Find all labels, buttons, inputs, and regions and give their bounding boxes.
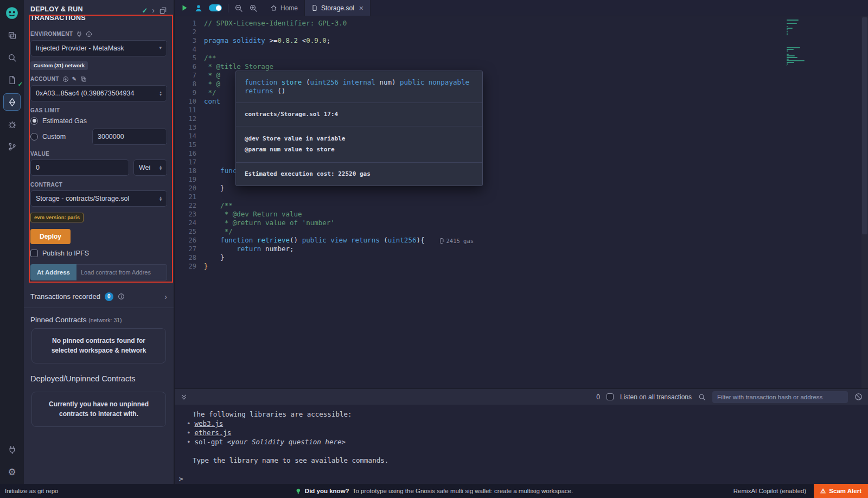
compile-success-icon: ✓ — [18, 81, 23, 88]
toolbar-divider — [228, 4, 228, 12]
environment-label-row: ENVIRONMENT — [30, 31, 167, 37]
custom-gas-label[interactable]: Custom — [42, 133, 66, 141]
scam-alert-badge[interactable]: ⚠ Scam Alert — [814, 484, 868, 498]
settings-gear-icon[interactable]: ⚙ — [3, 463, 21, 481]
tooltip-gas-cost: Estimated execution cost: 22520 gas — [236, 163, 482, 186]
lightbulb-icon — [295, 487, 302, 495]
estimated-gas-radio[interactable] — [30, 117, 38, 125]
value-input[interactable] — [30, 159, 129, 176]
tab-storage-sol[interactable]: Storage.sol × — [305, 0, 371, 16]
solidity-compiler-icon[interactable]: ✓ — [3, 71, 21, 88]
gas-limit-label: GAS LIMIT — [30, 107, 60, 113]
contract-value: Storage - contracts/Storage.sol — [36, 195, 129, 202]
transactions-count-badge: 0 — [105, 292, 113, 301]
popout-icon[interactable] — [159, 7, 167, 15]
contract-label: CONTRACT — [30, 182, 62, 188]
value-unit-select[interactable]: Wei ▴▾ — [133, 159, 167, 176]
terminal-tx-count: 0 — [596, 393, 600, 401]
deploy-button[interactable]: Deploy — [30, 229, 71, 244]
activity-bar: ✓ ⚙ — [0, 0, 24, 484]
zoom-in-icon[interactable] — [249, 4, 258, 12]
remix-ide-window: ✓ ⚙ DEPLOY & R — [0, 0, 868, 498]
clear-terminal-icon[interactable] — [854, 393, 863, 401]
pinned-contracts-heading: Pinned Contracts (network: 31) — [30, 316, 167, 324]
panel-check-icon: ✓ — [142, 7, 148, 15]
copilot-person-icon[interactable] — [194, 4, 203, 12]
minimap[interactable] — [787, 20, 820, 67]
copy-account-icon[interactable] — [80, 76, 87, 82]
tab-bar: Home Storage.sol × — [175, 0, 868, 16]
collapse-terminal-icon[interactable] — [180, 393, 188, 401]
editor-scrollbar[interactable] — [861, 16, 868, 388]
transactions-info-icon[interactable] — [118, 293, 125, 300]
transactions-recorded-row: Transactions recorded 0 › — [30, 292, 167, 301]
git-init-status[interactable]: Initialize as git repo — [0, 488, 58, 494]
evm-version-badge: evm version: paris — [30, 213, 84, 222]
plugin-manager-icon[interactable] — [3, 441, 21, 458]
deploy-run-panel: DEPLOY & RUN TRANSACTIONS ✓ › ENVIRONMEN… — [24, 0, 175, 484]
terminal-output[interactable]: The following libraries are accessible:•… — [175, 405, 868, 484]
zoom-out-icon[interactable] — [234, 4, 243, 12]
environment-select[interactable]: Injected Provider - MetaMask ▾ — [30, 40, 167, 56]
environment-label: ENVIRONMENT — [30, 31, 73, 37]
workspace-icon[interactable] — [3, 27, 21, 44]
value-unit: Wei — [139, 164, 150, 171]
tab-home[interactable]: Home — [264, 0, 305, 16]
panel-title: DEPLOY & RUN TRANSACTIONS — [30, 5, 138, 23]
transactions-expand-icon[interactable]: › — [164, 292, 167, 301]
value-label: VALUE — [30, 151, 49, 157]
transaction-filter-input[interactable] — [712, 391, 848, 403]
copilot-status[interactable]: RemixAI Copilot (enabled) — [733, 488, 806, 494]
listen-all-label[interactable]: Listen on all transactions — [620, 393, 692, 401]
debugger-icon[interactable] — [3, 116, 21, 133]
plug-icon[interactable] — [76, 31, 82, 37]
panel-chevron-icon[interactable]: › — [152, 6, 155, 15]
pinned-empty-message: No pinned contracts found for selected w… — [31, 328, 166, 363]
hover-tooltip: function store (uint256 internal num) pu… — [235, 71, 483, 186]
custom-gas-input[interactable] — [92, 129, 167, 145]
remix-logo[interactable] — [3, 4, 21, 22]
git-icon[interactable] — [3, 138, 21, 155]
editor-gutter: 1234567891011121314151617181920212223242… — [175, 19, 204, 388]
environment-value: Injected Provider - MetaMask — [36, 44, 124, 52]
tip-text: To prototype using the Gnosis safe multi… — [353, 488, 573, 494]
code-editor[interactable]: 1234567891011121314151617181920212223242… — [175, 16, 868, 388]
deployed-empty-message: Currently you have no unpinned contracts… — [31, 392, 166, 427]
run-script-icon[interactable] — [181, 4, 188, 12]
account-label: ACCOUNT — [30, 76, 59, 82]
account-select[interactable]: 0xA03...85ac4 (0.398673504934 ▴▾ — [30, 85, 167, 101]
custom-gas-radio[interactable] — [30, 133, 38, 141]
deployed-contracts-heading: Deployed/Unpinned Contracts — [30, 374, 167, 383]
edit-account-icon[interactable]: ✎ — [72, 76, 77, 82]
terminal-search-icon[interactable] — [698, 393, 706, 401]
main-area: Home Storage.sol × 123456789101112131415… — [175, 0, 868, 484]
contract-select[interactable]: Storage - contracts/Storage.sol ▴▾ — [30, 190, 167, 207]
panel-divider — [24, 308, 174, 308]
at-address-input[interactable] — [76, 264, 167, 280]
close-tab-icon[interactable]: × — [359, 4, 363, 12]
info-icon[interactable] — [86, 31, 92, 37]
account-value: 0xA03...85ac4 (0.398673504934 — [36, 90, 134, 97]
deploy-run-icon[interactable] — [3, 93, 21, 111]
tip-title: Did you know? — [305, 488, 349, 494]
editor-scrollbar-thumb[interactable] — [862, 17, 867, 234]
publish-ipfs-label[interactable]: Publish to IPFS — [42, 250, 89, 257]
at-address-button[interactable]: At Address — [30, 264, 76, 280]
terminal-toolbar: 0 Listen on all transactions — [175, 388, 868, 405]
tooltip-location: contracts/Storage.sol 17:4 — [236, 103, 482, 126]
caret-down-icon: ▾ — [159, 46, 162, 50]
network-badge: Custom (31) network — [30, 61, 88, 70]
tooltip-signature: function store (uint256 internal num) pu… — [236, 71, 482, 103]
search-icon[interactable] — [3, 49, 21, 66]
copilot-toggle[interactable] — [209, 4, 222, 11]
warning-icon: ⚠ — [820, 487, 826, 495]
tooltip-doc: @dev Store value in variable@param num v… — [236, 126, 482, 163]
status-bar: Initialize as git repo Did you know? To … — [0, 484, 868, 498]
listen-all-checkbox[interactable] — [607, 393, 614, 400]
account-label-row: ACCOUNT ✎ — [30, 76, 167, 82]
publish-ipfs-checkbox[interactable] — [30, 250, 38, 257]
did-you-know-tip: Did you know? To prototype using the Gno… — [295, 487, 573, 495]
estimated-gas-label[interactable]: Estimated Gas — [42, 117, 87, 125]
add-account-icon[interactable] — [62, 76, 69, 82]
transactions-recorded-label: Transactions recorded — [30, 292, 100, 301]
